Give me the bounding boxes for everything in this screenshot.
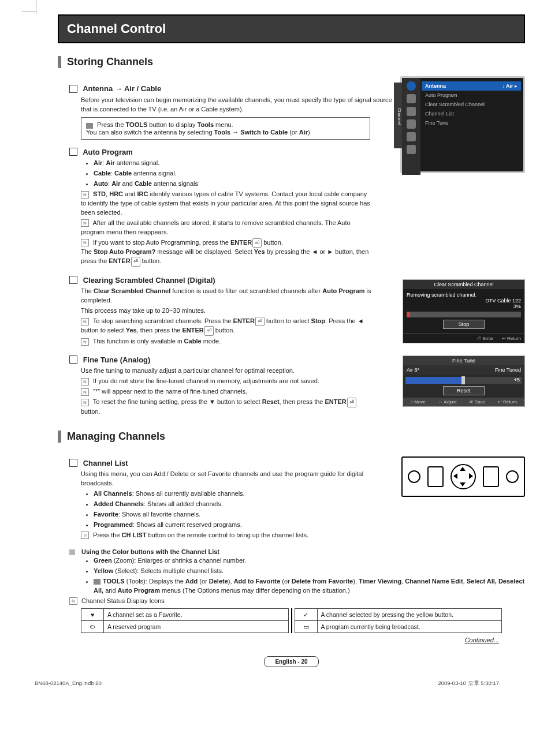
grey-square-icon: [69, 549, 75, 555]
osd3-reset-button: Reset: [443, 386, 485, 395]
note-icon: N: [69, 597, 77, 605]
osd2-pct: 3%: [407, 304, 521, 309]
subsec-clearing-label: Clearing Scrambled Channel (Digital): [83, 276, 215, 285]
status-icon-table: ♥A channel set as a Favorite. ⏲A reserve…: [81, 608, 502, 633]
continued: Continued...: [58, 637, 499, 643]
clearing-p2: This process may take up to 20~30 minute…: [81, 306, 396, 316]
osd3-tuned: Fine Tuned: [495, 367, 521, 373]
osd2-msg: Removing scrambled channel.: [407, 292, 521, 298]
tools-icon: [86, 123, 93, 129]
subsec-finetune-label: Fine Tune (Analog): [83, 355, 151, 364]
print-footer: BN68-02140A_Eng.indb 20 2009-03-10 오후 5:…: [35, 680, 499, 687]
menu-icon: [407, 107, 416, 116]
subsec-channellist-label: Channel List: [83, 459, 128, 467]
progress-bar: [407, 312, 521, 317]
note-icon: N: [81, 378, 89, 386]
chlist-bullets: All Channels: Shows all currently availa…: [87, 489, 394, 530]
menu-icon: [407, 94, 416, 103]
section-storing-channels: Storing Channels: [58, 56, 525, 68]
menu-icon: [407, 132, 416, 141]
note-icon: N: [81, 388, 89, 396]
color-bullets: Green (Zoom): Enlarges or shrinks a chan…: [87, 556, 525, 596]
note-ft-notsaved: N If you do not store the fine-tuned cha…: [81, 377, 373, 386]
menu-icon: [407, 81, 416, 91]
osd2-return: ↩ Return: [502, 336, 521, 341]
osd3-ch: Air 6*: [407, 367, 419, 373]
clock-icon: ⏲: [81, 620, 104, 633]
section-managing-channels: Managing Channels: [58, 431, 525, 443]
osd3-return: ↩ Return: [498, 399, 517, 405]
status-icons-title: N Channel Status Display Icons: [69, 597, 502, 606]
enter-icon: ⏎: [131, 257, 140, 267]
remote-diagram: [401, 456, 525, 497]
square-bullet-icon: [69, 85, 77, 93]
menu-icon: [407, 119, 416, 129]
osd-sidebar-label: Channel: [394, 83, 402, 148]
remote-round-button: [408, 470, 420, 483]
subsec-channellist: Channel List: [69, 459, 394, 468]
osd-item-finetune: Fine Tune: [422, 118, 521, 128]
enter-icon: ⏎: [347, 398, 356, 407]
note-icon: N: [81, 338, 89, 346]
subsec-autoprogram: Auto Program: [69, 148, 393, 157]
note-icon: N: [81, 318, 89, 325]
osd2-stop-button: Stop: [443, 320, 485, 329]
note-icon: N: [81, 219, 89, 227]
favorite-icon: ♥: [81, 608, 104, 620]
osd2-title: Clear Scrambled Channel: [403, 280, 524, 289]
antenna-desc: Before your television can begin memoriz…: [81, 96, 393, 114]
note-after-stored: N After all the available channels are s…: [81, 219, 370, 237]
note-stop-autoprog: N If you want to stop Auto Programming, …: [81, 238, 370, 267]
osd2-enter: ⏎ Enter: [477, 336, 493, 341]
enter-icon: ⏎: [255, 317, 265, 327]
osd-item-antenna: Antenna: Air ▸: [422, 81, 521, 91]
osd-item-autoprogram: Auto Program: [422, 91, 521, 100]
osd-icon-column: [402, 78, 420, 175]
check-icon: ✓: [295, 608, 317, 620]
note-ft-star: N "*" will appear next to the name of fi…: [81, 387, 373, 396]
osd-item-clearscrambled: Clear Scrambled Channel: [422, 100, 521, 109]
chlist-p1: Using this menu, you can Add / Delete or…: [81, 470, 394, 488]
remote-dpad: [451, 464, 476, 489]
osd-item-channellist: Channel List: [422, 109, 521, 118]
chapter-title: Channel Control: [58, 14, 525, 43]
osd3-move: ↕ Move: [411, 399, 426, 405]
subsec-finetune: Fine Tune (Analog): [69, 355, 396, 365]
subsec-antenna-label: Antenna → Air / Cable: [83, 84, 161, 93]
enter-icon: ⏎: [204, 326, 214, 336]
enter-icon: ⏎: [252, 238, 262, 248]
remote-round-button: [506, 470, 519, 483]
osd3-adjust: ↔ Adjust: [438, 399, 457, 405]
osd3-save: ⏎ Save: [469, 399, 485, 405]
note-std-hrc-irc: N STD, HRC and IRC identify various type…: [81, 190, 370, 218]
square-bullet-icon: [69, 355, 77, 364]
note-icon: N: [81, 191, 89, 199]
remote-icon: ⎚: [81, 532, 89, 539]
osd2-channel: DTV Cable 122: [407, 298, 521, 304]
finetune-p1: Use fine tuning to manually adjust a par…: [81, 366, 396, 376]
subsec-colorbuttons: Using the Color buttons with the Channel…: [69, 548, 525, 555]
remote-tools-button: [427, 466, 444, 487]
note-cable-only: N This function is only available in Cab…: [81, 337, 373, 346]
menu-icon: [407, 145, 416, 154]
osd3-slider: +5: [405, 377, 522, 384]
broadcast-icon: ▭: [295, 620, 317, 633]
square-bullet-icon: [69, 148, 77, 156]
note-chlist-button: ⎚ Press the CH LIST button on the remote…: [81, 531, 371, 540]
square-bullet-icon: [69, 276, 77, 284]
tools-icon: [94, 579, 100, 585]
clearing-p1: The Clear Scrambled Channel function is …: [81, 287, 396, 305]
osd-channel-menu: Channel Antenna: Air ▸ Auto Program Clea…: [400, 76, 525, 173]
osd3-title: Fine Tune: [403, 356, 524, 365]
osd3-value: +5: [514, 377, 520, 383]
osd-clear-scrambled: Clear Scrambled Channel Removing scrambl…: [403, 279, 525, 343]
subsec-clearing: Clearing Scrambled Channel (Digital): [69, 276, 396, 285]
note-stop-scrambled: N To stop searching scrambled channels: …: [81, 317, 373, 336]
osd-fine-tune: Fine Tune Air 6* Fine Tuned +5 Reset ↕ M…: [403, 355, 525, 407]
remote-return-button: [483, 466, 499, 487]
note-icon: N: [81, 399, 89, 406]
autoprog-list: Air: Air antenna signal. Cable: Cable an…: [87, 159, 393, 189]
subsec-antenna: Antenna → Air / Cable: [69, 84, 393, 93]
subsec-autoprogram-label: Auto Program: [83, 148, 133, 156]
note-ft-reset: N To reset the fine tuning setting, pres…: [81, 398, 373, 416]
